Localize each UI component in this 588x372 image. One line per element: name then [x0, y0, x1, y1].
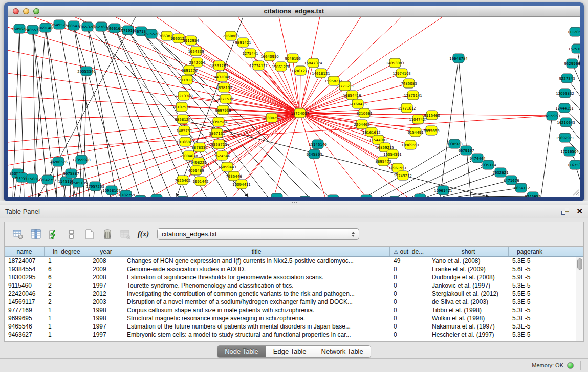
cell-year[interactable]: 2008 — [89, 257, 123, 265]
column-header-title[interactable]: title — [123, 247, 390, 256]
graph-node[interactable]: 9529966 — [564, 59, 580, 68]
cell-pagerank[interactable]: 5.3E-5 — [509, 257, 551, 265]
column-header-name[interactable]: name — [5, 247, 45, 256]
graph-edge[interactable] — [38, 17, 136, 197]
cell-out_de[interactable]: 0 — [390, 281, 428, 290]
graph-node[interactable]: 9046196 — [285, 54, 301, 63]
graph-node[interactable]: 10094411 — [232, 180, 251, 189]
graph-edge[interactable] — [541, 116, 552, 197]
column-header-in_degree[interactable]: in_degree — [45, 247, 89, 256]
graph-node[interactable]: 9975887 — [63, 169, 79, 178]
cell-in_degree[interactable]: 1 — [45, 331, 89, 339]
graph-edge[interactable] — [473, 196, 533, 197]
tab-node-table[interactable]: Node Table — [217, 346, 266, 357]
cell-title[interactable]: Genome-wide association studies in ADHD. — [123, 265, 390, 273]
graph-node[interactable]: 1654339 — [188, 47, 204, 56]
graph-node[interactable]: 8511412 — [386, 196, 402, 197]
cell-title[interactable]: Embryonic stem cells: a model to study s… — [123, 331, 390, 339]
cell-in_degree[interactable]: 1 — [45, 314, 89, 322]
table-row[interactable]: 1872400712008Changes of HCN gene express… — [5, 257, 583, 265]
tab-edge-table[interactable]: Edge Table — [266, 346, 314, 357]
cell-out_de[interactable]: 0 — [390, 306, 428, 314]
graph-node[interactable]: 4271512 — [217, 94, 233, 103]
graph-node[interactable]: 9245893 — [306, 149, 322, 159]
table-row[interactable]: 1938455462009Genome-wide association stu… — [5, 265, 583, 273]
graph-node[interactable]: 9498221 — [190, 158, 206, 167]
cell-pagerank[interactable]: 5.6E-5 — [509, 265, 551, 273]
column-header-out_de[interactable]: △out_de... — [390, 247, 428, 256]
cell-short[interactable]: Stergiakouli et al. (2012) — [428, 290, 509, 298]
cell-in_degree[interactable]: 1 — [45, 306, 89, 314]
graph-node[interactable]: 3867131 — [209, 128, 225, 138]
cell-name[interactable]: 19384554 — [5, 265, 45, 273]
graph-node[interactable]: 7632621 — [492, 168, 508, 177]
function-builder-icon[interactable]: f(x) — [136, 227, 150, 242]
graph-node[interactable]: 8895473 — [375, 157, 391, 166]
graph-node[interactable]: 1691442 — [192, 177, 208, 186]
cell-out_de[interactable]: 0 — [390, 265, 428, 273]
cell-in_degree[interactable]: 6 — [45, 273, 89, 281]
cell-name[interactable]: 9699695 — [5, 314, 45, 322]
float-panel-icon[interactable] — [561, 208, 569, 215]
cell-pagerank[interactable]: 5.3E-5 — [509, 306, 551, 314]
cell-short[interactable]: Nakamura et al. (1997) — [428, 322, 509, 331]
graph-node[interactable]: 15247121 — [268, 193, 286, 197]
graph-node[interactable]: 11282612 — [357, 195, 376, 197]
cell-year[interactable]: 2012 — [89, 290, 123, 298]
graph-node[interactable]: 16640950 — [260, 52, 279, 61]
cell-short[interactable]: Franke et al. (2009) — [428, 265, 509, 273]
graph-node[interactable]: 1167531 — [567, 160, 580, 169]
graph-edge[interactable] — [33, 30, 56, 197]
cell-short[interactable]: Jankovic et al. (1997) — [428, 281, 509, 290]
cell-name[interactable]: 9115460 — [5, 281, 45, 290]
graph-node[interactable]: 12974103 — [393, 69, 411, 78]
graph-node[interactable]: 1112054 — [567, 27, 580, 36]
cell-pagerank[interactable]: 5.3E-5 — [509, 331, 551, 339]
graph-node[interactable]: 7394541 — [325, 195, 341, 197]
network-window-titlebar[interactable]: citations_edges.txt — [8, 6, 580, 17]
table-settings-icon[interactable] — [11, 227, 25, 242]
graph-node[interactable]: 16059443 — [218, 162, 236, 171]
cell-year[interactable]: 1997 — [89, 322, 123, 331]
cell-out_de[interactable]: 0 — [390, 298, 428, 306]
graph-node[interactable]: 9154491 — [407, 127, 423, 137]
graph-node[interactable]: 19861270 — [272, 62, 290, 71]
graph-node[interactable]: 15692971 — [556, 133, 574, 142]
cell-year[interactable]: 2008 — [89, 273, 123, 281]
graph-edge[interactable] — [300, 86, 345, 113]
table-row[interactable]: 1456911722003Disruption of a novel membe… — [5, 298, 583, 306]
graph-edge[interactable] — [440, 58, 459, 197]
delete-attribute-icon[interactable] — [100, 227, 115, 242]
new-attribute-icon[interactable] — [82, 227, 97, 242]
vertical-scrollbar[interactable] — [576, 257, 583, 341]
cell-pagerank[interactable]: 5.5E-5 — [509, 290, 551, 298]
graph-node[interactable]: 8878334 — [191, 143, 208, 152]
cell-title[interactable]: Disruption of a novel member of a sodium… — [123, 298, 390, 306]
column-header-pagerank[interactable]: pagerank — [509, 247, 551, 256]
graph-node[interactable]: 7485083 — [401, 79, 417, 88]
graph-node[interactable]: 15751074 — [568, 44, 580, 53]
graph-node[interactable]: 2935114 — [480, 160, 496, 169]
memory-status-icon[interactable] — [567, 362, 574, 369]
cell-out_de[interactable]: 0 — [390, 314, 428, 322]
graph-node[interactable]: 9697938 — [215, 105, 231, 115]
network-canvas[interactable]: 1609628240557220691406164957596054151065… — [8, 17, 580, 197]
graph-node[interactable]: 3210661 — [356, 108, 372, 118]
cell-pagerank[interactable]: 5.3E-5 — [509, 322, 551, 331]
graph-node[interactable]: 12875141 — [404, 91, 422, 100]
graph-node[interactable]: 9858124 — [175, 115, 191, 124]
cell-name[interactable]: 18724007 — [5, 257, 45, 265]
cell-pagerank[interactable]: 5.3E-5 — [509, 281, 551, 290]
graph-edge[interactable] — [128, 30, 227, 197]
cell-title[interactable]: Corpus callosum shape and size in male p… — [123, 306, 390, 314]
cell-in_degree[interactable]: 1 — [45, 257, 89, 265]
panel-splitter[interactable] — [0, 201, 588, 205]
cell-out_de[interactable]: 0 — [390, 290, 428, 298]
graph-node[interactable]: 12774127 — [249, 61, 268, 70]
cell-year[interactable]: 1997 — [89, 281, 123, 290]
graph-node[interactable]: 1485731 — [176, 126, 192, 135]
cell-short[interactable]: de Silva et al. (2003) — [428, 298, 509, 306]
cell-short[interactable]: Dudbridge et al. (2008) — [428, 273, 509, 281]
cell-in_degree[interactable]: 1 — [45, 322, 89, 331]
graph-node[interactable]: 9245012 — [412, 194, 428, 197]
